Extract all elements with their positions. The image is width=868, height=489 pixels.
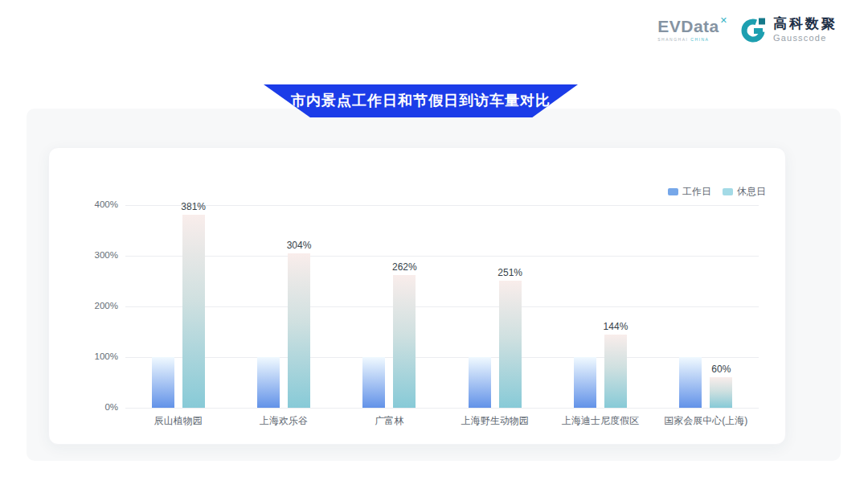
chart-legend: 工作日 休息日 [668,185,766,199]
legend-item-workday[interactable]: 工作日 [668,185,711,199]
bar-value-label: 251% [497,267,522,278]
bar-workday [257,357,280,408]
x-category-label: 上海欢乐谷 [231,414,336,428]
x-category-label: 国家会展中心(上海) [653,414,759,428]
bar-workday [469,357,491,408]
page: EVData ✕ SHANGHAI CHINA 高科数聚 Gausscode 市… [0,0,868,489]
y-tick-label: 100% [95,351,118,361]
bar-workday [152,357,174,408]
plot-area: 400%300%200%100%0% 381%304%262%251%144%6… [125,205,759,408]
x-category-label: 上海迪士尼度假区 [547,414,653,428]
bar-restday: 262% [393,275,416,408]
bar-groups: 381%304%262%251%144%60% [125,205,759,408]
evdata-logo: EVData ✕ SHANGHAI CHINA [657,18,727,42]
y-tick-label: 0% [104,402,118,412]
bar-value-label: 381% [181,201,206,212]
bar-restday: 304% [288,253,310,408]
gridline [125,408,759,409]
gausscode-text: 高科数聚 Gausscode [773,17,837,43]
bar-value-label: 60% [711,364,731,375]
y-tick-label: 300% [95,250,118,260]
bar-workday [362,357,385,408]
bar-group: 251% [442,205,547,408]
bar-workday [574,357,596,408]
evdata-wordmark: EVData [657,18,719,35]
legend-swatch-workday [668,188,678,195]
bar-restday: 60% [710,377,732,408]
gausscode-g-icon [740,16,768,43]
y-tick-label: 200% [95,301,118,310]
gausscode-cn: 高科数聚 [773,17,837,32]
evdata-x-icon: ✕ [720,15,727,26]
evdata-subtext-left: SHANGHAI [657,37,690,42]
bar-restday: 251% [499,281,522,408]
evdata-wordmark-row: EVData ✕ [657,18,727,35]
title-banner: 市内景点工作日和节假日到访车量对比 [264,84,578,117]
y-tick-label: 400% [95,199,118,209]
bar-group: 304% [231,205,336,408]
bar-value-label: 144% [604,321,628,332]
bar-value-label: 304% [287,240,312,251]
legend-swatch-restday [723,188,733,195]
bar-value-label: 262% [392,261,417,273]
chart-card: 工作日 休息日 400%300%200%100%0% 381%304%262%2… [48,147,786,445]
bar-workday [679,357,702,408]
evdata-subtext-right: CHINA [690,37,709,42]
x-category-label: 上海野生动物园 [442,414,547,428]
gausscode-en: Gausscode [773,33,837,43]
x-category-label: 辰山植物园 [125,414,231,428]
header-logos: EVData ✕ SHANGHAI CHINA 高科数聚 Gausscode [657,16,837,43]
bar-group: 60% [653,205,759,408]
bar-restday: 381% [182,215,205,408]
legend-item-restday[interactable]: 休息日 [723,185,766,199]
bar-group: 262% [337,205,442,408]
evdata-subtext: SHANGHAI CHINA [657,37,709,42]
bar-restday: 144% [604,335,627,408]
legend-label-restday: 休息日 [737,185,766,199]
bar-group: 381% [125,205,231,408]
bar-group: 144% [547,205,653,408]
page-title: 市内景点工作日和节假日到访车量对比 [291,91,551,112]
x-labels: 辰山植物园上海欢乐谷广富林上海野生动物园上海迪士尼度假区国家会展中心(上海) [125,414,759,428]
x-category-label: 广富林 [337,414,442,428]
legend-label-workday: 工作日 [682,185,711,199]
gausscode-logo: 高科数聚 Gausscode [740,16,837,43]
